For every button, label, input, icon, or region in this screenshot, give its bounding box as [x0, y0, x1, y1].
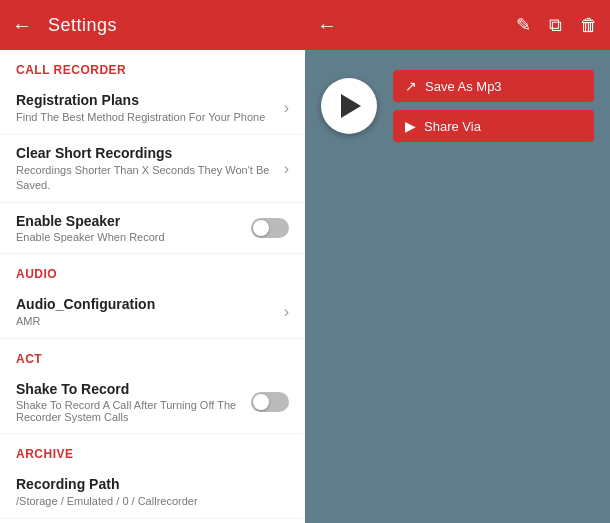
- settings-content: Call Recorder Registration Plans Find Th…: [0, 50, 305, 523]
- play-icon: [341, 94, 361, 118]
- left-panel: ← Settings Call Recorder Registration Pl…: [0, 0, 305, 523]
- shake-to-record-item: Shake To Record Shake To Record A Call A…: [0, 371, 305, 434]
- registration-plans-subtitle: Find The Best Method Registration For Yo…: [16, 110, 276, 124]
- enable-speaker-title: Enable Speaker: [16, 213, 251, 229]
- delete-icon[interactable]: 🗑: [580, 15, 598, 36]
- audio-config-title: Audio_Configuration: [16, 296, 276, 312]
- section-call-recorder: Call Recorder: [0, 50, 305, 82]
- section-act-label: ACT: [16, 352, 42, 366]
- audio-config-subtitle: AMR: [16, 314, 276, 328]
- enable-speaker-text: Enable Speaker Enable Speaker When Recor…: [16, 213, 251, 243]
- right-content: ↗ Save As Mp3 ▶ Share Via: [305, 50, 610, 523]
- screen-icon[interactable]: ⧉: [549, 15, 562, 36]
- chevron-right-icon: ›: [284, 303, 289, 321]
- section-archive-label: Archive: [16, 447, 74, 461]
- action-buttons: ↗ Save As Mp3 ▶ Share Via: [393, 70, 594, 142]
- shake-to-record-toggle[interactable]: [251, 392, 289, 412]
- share-icon: ▶: [405, 118, 416, 134]
- save-as-mp3-button[interactable]: ↗ Save As Mp3: [393, 70, 594, 102]
- section-audio-label: AUDIO: [16, 267, 57, 281]
- right-header: ← ✎ ⧉ 🗑: [305, 0, 610, 50]
- play-button[interactable]: [321, 78, 377, 134]
- chevron-right-icon: ›: [284, 99, 289, 117]
- shake-to-record-title: Shake To Record: [16, 381, 251, 397]
- recording-path-subtitle: /Storage / Emulated / 0 / Callrecorder: [16, 494, 289, 508]
- shake-to-record-subtitle: Shake To Record A Call After Turning Off…: [16, 399, 251, 423]
- enable-speaker-toggle[interactable]: [251, 218, 289, 238]
- right-panel: ← ✎ ⧉ 🗑 ↗ Save As Mp3 ▶ Share Via: [305, 0, 610, 523]
- save-icon: ↗: [405, 78, 417, 94]
- section-audio: AUDIO: [0, 254, 305, 286]
- audio-config-item[interactable]: Audio_Configuration AMR ›: [0, 286, 305, 339]
- player-row: ↗ Save As Mp3 ▶ Share Via: [321, 70, 594, 142]
- enable-speaker-item: Enable Speaker Enable Speaker When Recor…: [0, 203, 305, 254]
- edit-icon[interactable]: ✎: [516, 14, 531, 36]
- chevron-right-icon: ›: [284, 160, 289, 178]
- share-via-button[interactable]: ▶ Share Via: [393, 110, 594, 142]
- clear-recordings-text: Clear Short Recordings Recordings Shorte…: [16, 145, 276, 192]
- section-act: ACT: [0, 339, 305, 371]
- right-header-icons: ✎ ⧉ 🗑: [516, 14, 598, 36]
- clear-recordings-subtitle: Recordings Shorter Than X Seconds They W…: [16, 163, 276, 192]
- back-button[interactable]: ←: [12, 14, 32, 37]
- registration-plans-text: Registration Plans Find The Best Method …: [16, 92, 276, 124]
- save-as-mp3-label: Save As Mp3: [425, 79, 502, 94]
- recording-path-item[interactable]: Recording Path /Storage / Emulated / 0 /…: [0, 466, 305, 519]
- settings-title: Settings: [48, 15, 117, 36]
- enable-speaker-subtitle: Enable Speaker When Record: [16, 231, 251, 243]
- section-call-recorder-label: Call Recorder: [16, 63, 126, 77]
- recording-path-text: Recording Path /Storage / Emulated / 0 /…: [16, 476, 289, 508]
- registration-plans-title: Registration Plans: [16, 92, 276, 108]
- recording-path-title: Recording Path: [16, 476, 289, 492]
- right-back-button[interactable]: ←: [317, 14, 337, 37]
- registration-plans-item[interactable]: Registration Plans Find The Best Method …: [0, 82, 305, 135]
- audio-config-text: Audio_Configuration AMR: [16, 296, 276, 328]
- share-via-label: Share Via: [424, 119, 481, 134]
- clear-recordings-item[interactable]: Clear Short Recordings Recordings Shorte…: [0, 135, 305, 203]
- clear-recordings-title: Clear Short Recordings: [16, 145, 276, 161]
- section-archive: Archive: [0, 434, 305, 466]
- left-header: ← Settings: [0, 0, 305, 50]
- shake-to-record-text: Shake To Record Shake To Record A Call A…: [16, 381, 251, 423]
